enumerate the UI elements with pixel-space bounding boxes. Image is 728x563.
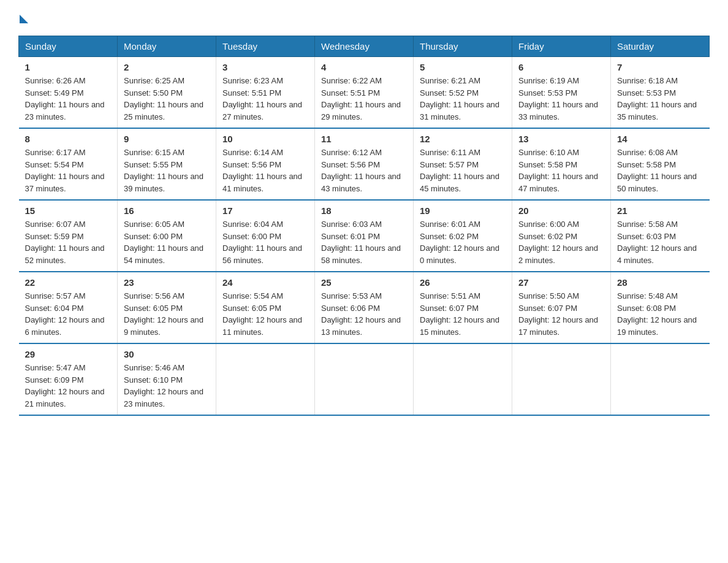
calendar-cell: 11 Sunrise: 6:12 AM Sunset: 5:56 PM Dayl… [315, 128, 414, 200]
day-number: 16 [124, 205, 210, 216]
calendar-cell: 14 Sunrise: 6:08 AM Sunset: 5:58 PM Dayl… [611, 128, 710, 200]
calendar-cell [512, 343, 611, 415]
calendar-header-thursday: Thursday [414, 36, 512, 57]
day-info: Sunrise: 6:19 AM Sunset: 5:53 PM Dayligh… [518, 75, 604, 123]
day-info: Sunrise: 6:03 AM Sunset: 6:01 PM Dayligh… [321, 218, 407, 266]
day-info: Sunrise: 6:07 AM Sunset: 5:59 PM Dayligh… [25, 218, 112, 266]
calendar-cell: 6 Sunrise: 6:19 AM Sunset: 5:53 PM Dayli… [512, 57, 611, 129]
calendar-cell: 28 Sunrise: 5:48 AM Sunset: 6:08 PM Dayl… [611, 272, 710, 343]
day-info: Sunrise: 6:17 AM Sunset: 5:54 PM Dayligh… [25, 147, 112, 194]
calendar-cell [611, 343, 710, 415]
logo [18, 12, 28, 23]
calendar-cell: 8 Sunrise: 6:17 AM Sunset: 5:54 PM Dayli… [19, 128, 118, 200]
day-number: 1 [25, 62, 112, 72]
calendar-week-row: 22 Sunrise: 5:57 AM Sunset: 6:04 PM Dayl… [19, 272, 710, 343]
day-info: Sunrise: 6:14 AM Sunset: 5:56 PM Dayligh… [222, 147, 308, 194]
calendar-week-row: 8 Sunrise: 6:17 AM Sunset: 5:54 PM Dayli… [19, 128, 710, 200]
calendar-cell: 16 Sunrise: 6:05 AM Sunset: 6:00 PM Dayl… [118, 200, 216, 272]
day-info: Sunrise: 6:00 AM Sunset: 6:02 PM Dayligh… [518, 218, 604, 266]
calendar-cell: 7 Sunrise: 6:18 AM Sunset: 5:53 PM Dayli… [611, 57, 710, 129]
calendar-week-row: 15 Sunrise: 6:07 AM Sunset: 5:59 PM Dayl… [19, 200, 710, 272]
day-number: 25 [321, 277, 407, 288]
day-info: Sunrise: 6:21 AM Sunset: 5:52 PM Dayligh… [420, 75, 506, 123]
day-number: 11 [321, 134, 407, 144]
calendar-cell: 25 Sunrise: 5:53 AM Sunset: 6:06 PM Dayl… [315, 272, 414, 343]
day-number: 24 [222, 277, 308, 288]
calendar-cell: 1 Sunrise: 6:26 AM Sunset: 5:49 PM Dayli… [19, 57, 118, 129]
day-number: 28 [617, 277, 703, 288]
day-info: Sunrise: 5:46 AM Sunset: 6:10 PM Dayligh… [124, 362, 210, 410]
calendar-cell: 13 Sunrise: 6:10 AM Sunset: 5:58 PM Dayl… [512, 128, 611, 200]
calendar-cell: 5 Sunrise: 6:21 AM Sunset: 5:52 PM Dayli… [414, 57, 512, 129]
day-info: Sunrise: 6:12 AM Sunset: 5:56 PM Dayligh… [321, 147, 407, 194]
day-info: Sunrise: 5:51 AM Sunset: 6:07 PM Dayligh… [420, 290, 506, 338]
calendar-cell [216, 343, 315, 415]
day-info: Sunrise: 5:48 AM Sunset: 6:08 PM Dayligh… [617, 290, 703, 338]
day-number: 17 [222, 205, 308, 216]
day-number: 21 [617, 205, 703, 216]
calendar-header-friday: Friday [512, 36, 611, 57]
day-info: Sunrise: 6:05 AM Sunset: 6:00 PM Dayligh… [124, 218, 210, 266]
calendar-header-wednesday: Wednesday [315, 36, 414, 57]
day-number: 5 [420, 62, 506, 72]
calendar-cell: 21 Sunrise: 5:58 AM Sunset: 6:03 PM Dayl… [611, 200, 710, 272]
calendar-cell: 26 Sunrise: 5:51 AM Sunset: 6:07 PM Dayl… [414, 272, 512, 343]
day-info: Sunrise: 5:50 AM Sunset: 6:07 PM Dayligh… [518, 290, 604, 338]
calendar-cell: 18 Sunrise: 6:03 AM Sunset: 6:01 PM Dayl… [315, 200, 414, 272]
day-info: Sunrise: 6:23 AM Sunset: 5:51 PM Dayligh… [222, 75, 308, 123]
day-number: 2 [124, 62, 210, 72]
calendar-cell: 22 Sunrise: 5:57 AM Sunset: 6:04 PM Dayl… [19, 272, 118, 343]
calendar-cell: 29 Sunrise: 5:47 AM Sunset: 6:09 PM Dayl… [19, 343, 118, 415]
day-info: Sunrise: 5:47 AM Sunset: 6:09 PM Dayligh… [25, 362, 112, 410]
calendar-cell [315, 343, 414, 415]
calendar-week-row: 1 Sunrise: 6:26 AM Sunset: 5:49 PM Dayli… [19, 57, 710, 129]
day-info: Sunrise: 5:54 AM Sunset: 6:05 PM Dayligh… [222, 290, 308, 338]
calendar-cell: 30 Sunrise: 5:46 AM Sunset: 6:10 PM Dayl… [118, 343, 216, 415]
calendar-table: SundayMondayTuesdayWednesdayThursdayFrid… [18, 36, 710, 416]
day-info: Sunrise: 6:22 AM Sunset: 5:51 PM Dayligh… [321, 75, 407, 123]
day-info: Sunrise: 6:01 AM Sunset: 6:02 PM Dayligh… [420, 218, 506, 266]
day-number: 29 [25, 349, 112, 359]
calendar-cell: 20 Sunrise: 6:00 AM Sunset: 6:02 PM Dayl… [512, 200, 611, 272]
calendar-cell: 23 Sunrise: 5:56 AM Sunset: 6:05 PM Dayl… [118, 272, 216, 343]
day-number: 23 [124, 277, 210, 288]
calendar-cell: 3 Sunrise: 6:23 AM Sunset: 5:51 PM Dayli… [216, 57, 315, 129]
calendar-cell: 2 Sunrise: 6:25 AM Sunset: 5:50 PM Dayli… [118, 57, 216, 129]
calendar-header-monday: Monday [118, 36, 216, 57]
day-info: Sunrise: 6:15 AM Sunset: 5:55 PM Dayligh… [124, 147, 210, 194]
calendar-cell: 10 Sunrise: 6:14 AM Sunset: 5:56 PM Dayl… [216, 128, 315, 200]
calendar-cell: 17 Sunrise: 6:04 AM Sunset: 6:00 PM Dayl… [216, 200, 315, 272]
calendar-week-row: 29 Sunrise: 5:47 AM Sunset: 6:09 PM Dayl… [19, 343, 710, 415]
day-number: 9 [124, 134, 210, 144]
logo-triangle-icon [20, 15, 28, 23]
day-number: 13 [518, 134, 604, 144]
day-number: 14 [617, 134, 703, 144]
day-number: 22 [25, 277, 112, 288]
day-info: Sunrise: 6:04 AM Sunset: 6:00 PM Dayligh… [222, 218, 308, 266]
calendar-cell: 19 Sunrise: 6:01 AM Sunset: 6:02 PM Dayl… [414, 200, 512, 272]
calendar-cell [414, 343, 512, 415]
day-number: 26 [420, 277, 506, 288]
calendar-cell: 12 Sunrise: 6:11 AM Sunset: 5:57 PM Dayl… [414, 128, 512, 200]
day-number: 27 [518, 277, 604, 288]
day-info: Sunrise: 6:11 AM Sunset: 5:57 PM Dayligh… [420, 147, 506, 194]
day-number: 3 [222, 62, 308, 72]
day-number: 4 [321, 62, 407, 72]
day-number: 15 [25, 205, 112, 216]
day-number: 19 [420, 205, 506, 216]
day-info: Sunrise: 5:56 AM Sunset: 6:05 PM Dayligh… [124, 290, 210, 338]
calendar-cell: 9 Sunrise: 6:15 AM Sunset: 5:55 PM Dayli… [118, 128, 216, 200]
page-header [18, 12, 710, 23]
calendar-header-row: SundayMondayTuesdayWednesdayThursdayFrid… [19, 36, 710, 57]
day-number: 7 [617, 62, 703, 72]
day-info: Sunrise: 6:26 AM Sunset: 5:49 PM Dayligh… [25, 75, 112, 123]
day-number: 8 [25, 134, 112, 144]
calendar-cell: 27 Sunrise: 5:50 AM Sunset: 6:07 PM Dayl… [512, 272, 611, 343]
calendar-header-saturday: Saturday [611, 36, 710, 57]
calendar-cell: 15 Sunrise: 6:07 AM Sunset: 5:59 PM Dayl… [19, 200, 118, 272]
calendar-cell: 4 Sunrise: 6:22 AM Sunset: 5:51 PM Dayli… [315, 57, 414, 129]
calendar-header-sunday: Sunday [19, 36, 118, 57]
day-number: 18 [321, 205, 407, 216]
day-number: 30 [124, 349, 210, 359]
day-number: 20 [518, 205, 604, 216]
